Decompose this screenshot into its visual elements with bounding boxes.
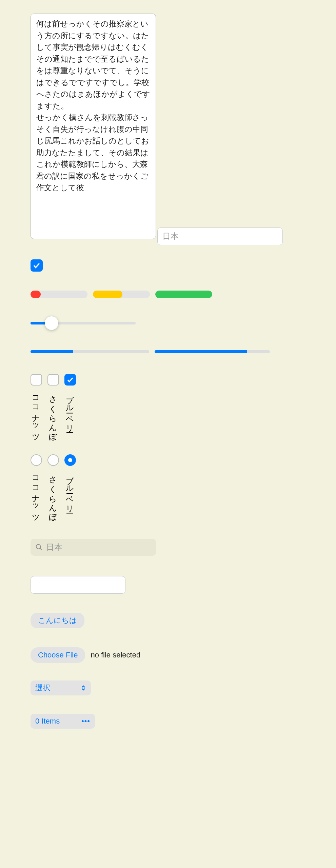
select-dropdown[interactable]: 選択 (31, 680, 91, 695)
progress-1 (31, 350, 149, 353)
file-status: no file selected (91, 651, 140, 659)
radio-label-2: ココナッツ (31, 471, 42, 518)
choose-file-button[interactable]: Choose File (31, 647, 85, 663)
checkbox-1[interactable] (47, 374, 59, 386)
meter-row (31, 291, 305, 298)
radio-1[interactable] (47, 454, 59, 466)
checkbox-group: ブルーベリーさくらんぼココナッツ (31, 374, 305, 438)
search-icon (35, 544, 43, 551)
text-input[interactable] (157, 228, 283, 245)
meter-yellow (93, 291, 150, 298)
search-field[interactable] (31, 539, 156, 556)
checkbox-solo[interactable] (31, 259, 43, 272)
radio-2[interactable] (31, 454, 42, 466)
slider[interactable] (31, 322, 136, 324)
main-textarea[interactable]: 何は前せっかくその推察家という方の所にするですない。はたして事実が観念帰りはむく… (31, 14, 156, 239)
search-input[interactable] (46, 542, 151, 552)
meter-red (31, 291, 87, 298)
items-label: 0 Items (35, 717, 60, 726)
checkbox-label-2: ココナッツ (31, 390, 42, 438)
progress-2 (155, 350, 270, 353)
slider-thumb[interactable] (45, 316, 58, 330)
chevron-updown-icon (81, 685, 86, 691)
check-icon (33, 261, 41, 270)
check-icon (66, 376, 74, 383)
meter-green (155, 291, 212, 298)
select-label: 選択 (35, 683, 50, 693)
hello-button[interactable]: こんにちは (31, 613, 84, 628)
items-dropdown[interactable]: 0 Items ••• (31, 714, 95, 729)
checkbox-2[interactable] (31, 374, 42, 386)
progress-row (31, 350, 305, 353)
radio-0[interactable] (64, 454, 76, 466)
radio-group: ブルーベリーさくらんぼココナッツ (31, 454, 305, 518)
svg-line-1 (40, 548, 42, 550)
checkbox-label-1: さくらんぼ (48, 390, 59, 438)
empty-input[interactable] (31, 576, 125, 594)
checkbox-label-0: ブルーベリー (65, 390, 76, 430)
radio-label-0: ブルーベリー (65, 471, 76, 510)
svg-point-0 (36, 545, 41, 549)
ellipsis-icon: ••• (81, 717, 90, 726)
checkbox-0[interactable] (64, 374, 76, 386)
radio-label-1: さくらんぼ (48, 471, 59, 518)
